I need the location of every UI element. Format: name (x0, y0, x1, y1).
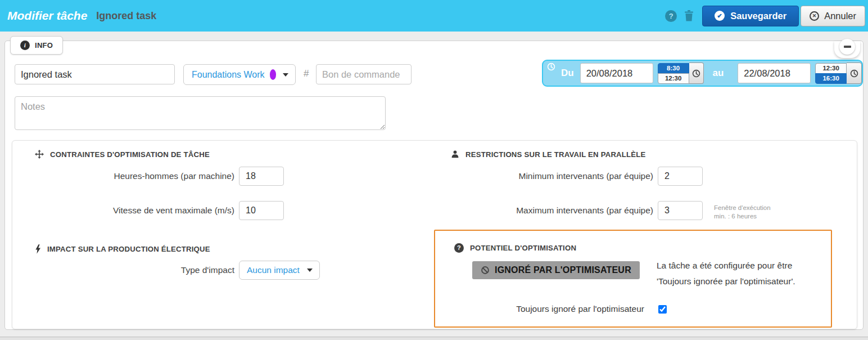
field-row: Heures-hommes (par machine) (17, 166, 284, 186)
clock-icon (850, 69, 858, 78)
category-label: Foundations Work (192, 70, 265, 80)
always-ignored-label: Toujours ignoré par l'optimisateur (435, 304, 644, 314)
trash-icon (684, 10, 694, 21)
always-ignored-checkbox[interactable] (658, 305, 667, 314)
end-date-input[interactable] (738, 63, 811, 83)
move-arrows-icon (35, 150, 44, 159)
end-time-option-1[interactable]: 12:30 (815, 63, 847, 74)
clock-corner-icon (547, 62, 555, 71)
start-date-input[interactable] (580, 63, 653, 83)
field-row: Minimum intervenants (par équipe) (436, 166, 703, 186)
task-edit-panel: Foundations Work # Du 8:30 12:30 au 12:3 (4, 41, 864, 330)
task-name-input[interactable] (15, 64, 175, 84)
man-hours-label: Heures-hommes (par machine) (17, 171, 234, 181)
order-number-input[interactable] (316, 64, 412, 84)
cancel-button[interactable]: ✕ Annuler (801, 6, 865, 26)
cancel-button-label: Annuler (824, 11, 856, 21)
save-button-label: Sauvegarder (730, 11, 786, 21)
chevron-down-icon (307, 269, 313, 272)
impact-type-value: Aucun impact (247, 265, 300, 275)
field-row: Maximum intervenants (par équipe) (436, 200, 703, 221)
section-restrictions-header: RESTRICTIONS SUR LE TRAVAIL EN PARALLÈLE (451, 150, 646, 159)
impact-type-dropdown[interactable]: Aucun impact (239, 261, 320, 280)
chevron-down-icon (283, 73, 288, 77)
start-time-option-2[interactable]: 12:30 (658, 73, 689, 84)
max-workers-label: Maximum intervenants (par équipe) (436, 205, 653, 216)
min-workers-input[interactable] (658, 167, 703, 186)
minimize-icon (839, 39, 855, 55)
lightning-icon (35, 244, 41, 254)
ban-icon (481, 266, 490, 275)
notes-textarea[interactable] (15, 96, 386, 130)
cancel-circle-icon: ✕ (810, 11, 819, 21)
help-icon[interactable]: ? (665, 10, 677, 22)
always-ignored-row: Toujours ignoré par l'optimisateur (435, 304, 667, 314)
field-row: Vitesse de vent maximale (m/s) (17, 200, 284, 221)
question-circle-icon: ? (454, 243, 464, 253)
man-hours-input[interactable] (239, 167, 284, 186)
impact-type-label: Type d'impact (17, 265, 234, 275)
date-range-panel: Du 8:30 12:30 au 12:30 16:30 (542, 60, 863, 87)
save-button[interactable]: ✔ Sauvegarder (702, 6, 799, 26)
optimizer-description: La tâche a été configurée pour être 'Tou… (657, 258, 795, 289)
date-to-label: au (712, 68, 724, 79)
tab-info[interactable]: i INFO (10, 36, 63, 55)
category-color-dot (270, 69, 276, 80)
max-wind-speed-label: Vitesse de vent maximale (m/s) (17, 205, 234, 216)
tab-info-label: INFO (35, 41, 53, 50)
collapse-panel-button[interactable] (834, 41, 860, 58)
start-time-option-1[interactable]: 8:30 (658, 63, 689, 74)
page-title: Modifier tâche (7, 9, 87, 23)
max-wind-speed-input[interactable] (239, 201, 284, 220)
end-time-clock-button[interactable] (847, 62, 862, 84)
start-time-selector[interactable]: 8:30 12:30 (658, 63, 689, 84)
person-icon (451, 150, 459, 159)
min-workers-label: Minimum intervenants (par équipe) (436, 171, 653, 181)
section-potential-header: ? POTENTIEL D'OPTIMISATION (454, 243, 576, 253)
check-circle-icon: ✔ (715, 11, 725, 21)
footer-divider (0, 337, 868, 340)
category-dropdown[interactable]: Foundations Work (183, 64, 296, 85)
clock-icon (692, 69, 700, 78)
end-time-selector[interactable]: 12:30 16:30 (815, 63, 847, 84)
order-number-sign: # (304, 68, 309, 79)
task-subtitle: Ignored task (96, 10, 156, 22)
date-from-label: Du (561, 68, 574, 79)
header-bar: Modifier tâche Ignored task ? ✔ Sauvegar… (0, 0, 868, 32)
field-row: Type d'impact Aucun impact (17, 260, 320, 280)
start-time-clock-button[interactable] (689, 62, 704, 84)
delete-task-button[interactable] (684, 10, 694, 21)
section-constraints-header: CONTRAINTES D'OPTIMISATION DE TÂCHE (35, 150, 210, 159)
optimization-potential-box: ? POTENTIEL D'OPTIMISATION IGNORÉ PAR L'… (434, 230, 832, 328)
max-workers-input[interactable] (658, 201, 703, 220)
info-icon: i (20, 41, 30, 50)
task-settings-card: CONTRAINTES D'OPTIMISATION DE TÂCHE Heur… (12, 140, 857, 329)
ignored-by-optimizer-badge: IGNORÉ PAR L'OPTIMISATEUR (472, 261, 640, 279)
section-impact-header: IMPACT SUR LA PRODUCTION ÉLECTRIQUE (35, 244, 210, 254)
end-time-option-2[interactable]: 16:30 (815, 73, 847, 84)
execution-window-note: Fenêtre d'exécution min. : 6 heures (714, 204, 771, 221)
